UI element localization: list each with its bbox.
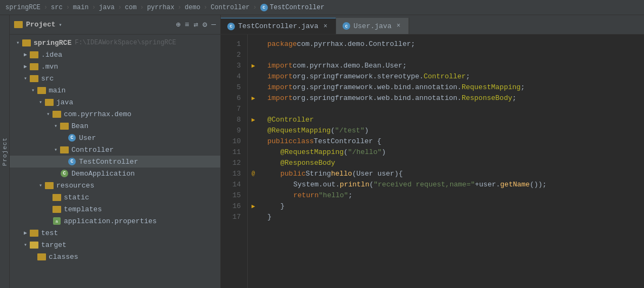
breadcrumb-part[interactable]: springRCE xyxy=(5,4,41,11)
code-line-1: package com.pyrrhax.demo.Controller; xyxy=(267,39,635,50)
breadcrumb-part[interactable]: java xyxy=(99,4,115,11)
gutter-16: ▶ xyxy=(248,201,259,212)
tree-item-package[interactable]: ▾ com.pyrrhax.demo xyxy=(10,108,220,120)
breadcrumb-sep: › xyxy=(253,4,257,11)
tree-label-classes: classes xyxy=(49,253,78,261)
tree-item-springrce[interactable]: ▾ springRCE F:\IDEAWorkSpace\springRCE xyxy=(10,37,220,49)
tree-label-test: test xyxy=(41,229,58,237)
gutter-1 xyxy=(248,39,259,50)
panel-title-text: Project xyxy=(26,21,56,29)
tree-item-user[interactable]: C User xyxy=(10,132,220,144)
folder-icon xyxy=(29,241,39,249)
tree-label-target: target xyxy=(41,241,67,249)
project-panel: Project ▾ ⊕ ≡ ⇄ ⚙ ─ ▾ springRCE F:\IDEAW… xyxy=(10,15,221,288)
java-icon: C xyxy=(260,4,268,11)
tree-item-test[interactable]: ▶ test xyxy=(10,227,220,239)
panel-dropdown-arrow[interactable]: ▾ xyxy=(59,22,62,28)
code-line-8: @Controller xyxy=(267,115,635,125)
code-line-6: import org.springframework.web.bind.anno… xyxy=(267,93,635,104)
breadcrumb: springRCE › src › main › java › com › py… xyxy=(0,0,644,15)
folder-icon xyxy=(44,98,54,106)
code-line-9: @RequestMapping("/test") xyxy=(267,125,635,136)
gutter-14 xyxy=(248,179,259,190)
tree-item-demoapplication[interactable]: C DemoApplication xyxy=(10,168,220,179)
expand-all-icon[interactable]: ≡ xyxy=(185,21,189,29)
gutter-6: ▶ xyxy=(248,93,259,104)
sidebar-label-text: Project xyxy=(2,137,8,166)
project-icon xyxy=(22,39,31,46)
code-editor[interactable]: 12345 678910 1112131415 1617 ▶ ▶ ▶ @ xyxy=(221,35,644,288)
tree-item-static[interactable]: static xyxy=(10,191,220,203)
locate-icon[interactable]: ⊕ xyxy=(176,20,180,29)
tree-label-demoapplication: DemoApplication xyxy=(71,170,135,178)
package-icon xyxy=(60,146,69,153)
tree-item-resources[interactable]: ▾ resources xyxy=(10,179,220,191)
code-line-12: @ResponseBody xyxy=(267,158,635,169)
gutter-2 xyxy=(248,50,259,61)
breadcrumb-part[interactable]: Controller xyxy=(211,4,249,11)
code-line-7 xyxy=(267,104,635,115)
tab-java-icon: C xyxy=(343,22,350,30)
tree-label-mvn: .mvn xyxy=(41,63,58,71)
tab-user[interactable]: C User.java × xyxy=(336,18,409,34)
code-line-2 xyxy=(267,50,635,61)
breadcrumb-sep: › xyxy=(203,4,207,11)
breadcrumb-part[interactable]: demo xyxy=(185,4,200,11)
gutter-4 xyxy=(248,71,259,82)
properties-icon: a xyxy=(52,217,62,225)
tree-item-target[interactable]: ▾ target xyxy=(10,239,220,251)
folder-icon xyxy=(29,229,39,237)
tree-label-controller-pkg: Controller xyxy=(71,146,114,154)
tree-item-templates[interactable]: templates xyxy=(10,203,220,215)
tree-item-controller-pkg[interactable]: ▾ Controller xyxy=(10,144,220,156)
folder-icon xyxy=(52,205,62,213)
gutter-15 xyxy=(248,190,259,201)
settings-icon[interactable]: ⚙ xyxy=(202,20,207,29)
tree-item-main[interactable]: ▾ main xyxy=(10,84,220,96)
gutter-13: @ xyxy=(248,169,259,179)
gutter-5 xyxy=(248,82,259,93)
breadcrumb-current: TestController xyxy=(270,4,325,11)
project-folder-icon xyxy=(14,21,23,28)
gutter-9 xyxy=(248,125,259,136)
tree-item-bean[interactable]: ▾ Bean xyxy=(10,120,220,132)
gutter-11 xyxy=(248,147,259,158)
tree-item-testcontroller[interactable]: C TestController xyxy=(10,156,220,168)
gutter-7 xyxy=(248,104,259,115)
breadcrumb-part[interactable]: src xyxy=(51,4,63,11)
tree-arrow: ▾ xyxy=(22,242,29,248)
tree-item-application-props[interactable]: a application.properties xyxy=(10,215,220,227)
breadcrumb-part[interactable]: pyrrhax xyxy=(147,4,174,11)
tree-item-src[interactable]: ▾ src xyxy=(10,72,220,84)
breadcrumb-sep: › xyxy=(118,4,122,11)
tree-label-resources: resources xyxy=(56,182,94,190)
tab-testcontroller[interactable]: C TestController.java × xyxy=(221,18,336,34)
gutter-8: ▶ xyxy=(248,115,259,125)
tree-label-idea: .idea xyxy=(41,51,62,59)
tab-close-testcontroller[interactable]: × xyxy=(321,23,329,30)
breadcrumb-part[interactable]: com xyxy=(125,4,137,11)
gutter-10 xyxy=(248,136,259,147)
code-content[interactable]: package com.pyrrhax.demo.Controller; imp… xyxy=(259,35,644,288)
tree-label-static: static xyxy=(64,193,89,202)
tree-item-idea[interactable]: ▶ .idea xyxy=(10,49,220,61)
folder-icon xyxy=(37,253,47,260)
tab-label-user: User.java xyxy=(353,22,391,30)
hide-icon[interactable]: ─ xyxy=(212,21,216,29)
tree-item-java[interactable]: ▾ java xyxy=(10,96,220,108)
package-icon xyxy=(52,110,62,118)
tree-item-classes[interactable]: classes xyxy=(10,251,220,263)
tree-label-application-props: application.properties xyxy=(64,217,157,225)
tree-label-bean: Bean xyxy=(71,122,88,130)
code-line-4: import org.springframework.stereotype.Co… xyxy=(267,71,635,82)
folder-icon xyxy=(29,51,39,58)
tab-close-user[interactable]: × xyxy=(395,22,402,30)
gutter-12 xyxy=(248,158,259,169)
breadcrumb-sep: › xyxy=(140,4,143,11)
breadcrumb-part[interactable]: main xyxy=(73,4,89,11)
tree-arrow: ▾ xyxy=(52,123,60,129)
tree-arrow: ▶ xyxy=(22,230,29,236)
panel-title: Project ▾ xyxy=(14,21,62,29)
tree-item-mvn[interactable]: ▶ .mvn xyxy=(10,61,220,72)
collapse-icon[interactable]: ⇄ xyxy=(194,20,198,29)
